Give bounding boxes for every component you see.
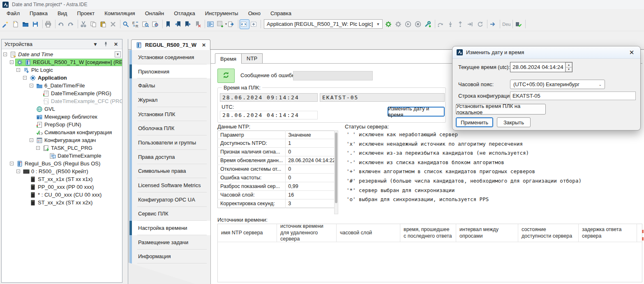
table-row[interactable]: Доступность NTPD:1 <box>218 139 338 148</box>
device-check-button[interactable] <box>514 19 524 29</box>
menu-debug[interactable]: Отладка <box>169 10 200 17</box>
sidebar-item[interactable]: Установки ПЛК <box>129 107 210 121</box>
sidebar-item[interactable]: Права доступа <box>129 150 210 164</box>
tree-item[interactable]: -Date and Time▼ <box>2 50 122 58</box>
menu-help[interactable]: Справка <box>265 10 296 17</box>
tree-item[interactable]: GVL <box>2 105 122 113</box>
previous-bookmark-button[interactable] <box>174 19 184 29</box>
find-in-project-button[interactable] <box>141 19 151 29</box>
project-dropdown-icon[interactable]: ▼ <box>115 51 121 57</box>
timezone-combobox[interactable]: (UTC+05:00) Екатеринбург ⌄ <box>510 80 605 89</box>
export-button[interactable] <box>227 19 237 29</box>
sidebar-item[interactable]: Конфигуратор OPC UA <box>129 192 210 207</box>
sidebar-item[interactable]: Приложения <box>129 64 210 79</box>
tree-item[interactable]: * : CU_00_xxx (CU 00 xxx) <box>2 191 122 199</box>
tree-item[interactable]: -6_Date/Time/File <box>2 82 122 89</box>
close-button[interactable]: Закрыть <box>497 117 531 127</box>
document-tab[interactable]: REGUL_R500_71_W ✕ <box>131 39 210 50</box>
table-row[interactable]: Корректировка секунд:3 <box>218 199 338 208</box>
spin-down-icon[interactable]: ▼ <box>566 67 572 72</box>
collapse-icon[interactable]: - <box>30 84 33 87</box>
tree-item[interactable]: DateTimeExample <box>2 152 122 160</box>
change-date-time-button[interactable]: Изменить дату и время <box>388 107 445 117</box>
menu-file[interactable]: Файл <box>2 10 25 17</box>
time-sources-column-header[interactable]: задержка ответа сервера <box>579 224 637 242</box>
tree-item[interactable]: DateTimeExample (PRG) <box>2 89 122 97</box>
time-sources-column-header[interactable]: состояние доступности сервера <box>518 224 579 242</box>
menu-window[interactable]: Окно <box>243 10 265 17</box>
tree-item[interactable]: ST_xx_x2x (ST xx x2x) <box>2 199 122 206</box>
sidebar-item[interactable]: Оболочка ПЛК <box>129 121 210 135</box>
dialog-title-bar[interactable]: Изменить дату и время ✕ <box>452 46 640 59</box>
step-over-button[interactable] <box>436 19 446 29</box>
sidebar-item[interactable]: Пользователи и группы <box>129 135 210 150</box>
tree-item[interactable]: -Application <box>2 74 122 82</box>
spin-up-icon[interactable]: ▲ <box>566 62 572 67</box>
monitoring-add-button[interactable] <box>249 19 259 29</box>
table-row[interactable]: Разброс показаний сер...0,99 <box>218 182 338 191</box>
sidebar-item[interactable]: Сервис ПЛК <box>129 207 210 221</box>
replace-button[interactable]: ЕR <box>132 19 141 29</box>
tab-ntp[interactable]: NTP <box>241 53 263 63</box>
sidebar-item[interactable]: Licensed Software Metrics <box>129 178 210 192</box>
table-row[interactable]: Время обновления данн...28.06.2024 04:14… <box>218 156 338 165</box>
pin-icon[interactable] <box>102 41 109 48</box>
sidebar-item[interactable]: Установки соединения <box>129 50 210 64</box>
application-selector[interactable]: Application [REGUL_R500_71_W: Plc Logic]… <box>264 19 383 29</box>
open-project-button[interactable] <box>21 19 31 29</box>
close-icon[interactable]: ✕ <box>113 41 119 48</box>
step-out-button[interactable] <box>456 19 466 29</box>
delete-button[interactable] <box>109 19 119 29</box>
refresh-button[interactable] <box>217 69 235 83</box>
dialog-close-icon[interactable]: ✕ <box>627 49 636 56</box>
time-sources-column-header[interactable]: часовой слой <box>337 224 400 242</box>
table-row[interactable]: Часовой слой:16 <box>218 191 338 199</box>
tree-item[interactable]: PP_00_xxx (PP 00 xxx) <box>2 183 122 191</box>
redo-button[interactable] <box>67 19 76 29</box>
panel-dropdown-icon[interactable]: ▼ <box>92 41 99 48</box>
run-to-cursor-button[interactable] <box>466 19 476 29</box>
tree-item[interactable]: -Regul_Bus_OS (Regul Bus OS) <box>2 160 122 167</box>
goto-button[interactable] <box>489 19 499 29</box>
save-button[interactable] <box>31 19 41 29</box>
logout-button[interactable] <box>394 19 404 29</box>
sidebar-item[interactable]: Файлы <box>129 78 210 93</box>
collapse-icon[interactable]: - <box>30 138 33 142</box>
paste-button[interactable] <box>99 19 109 29</box>
next-bookmark-button[interactable] <box>184 19 194 29</box>
table-row[interactable]: Признак наличия сигна...0 <box>218 148 338 156</box>
sidebar-item[interactable]: Настройка времени <box>129 221 210 235</box>
tree-item[interactable]: DateTimeExample_CFC (PRG) <box>2 97 122 105</box>
sidebar-item[interactable]: Символьные права <box>129 164 210 179</box>
tab-время[interactable]: Время <box>215 53 242 64</box>
step-into-button[interactable] <box>446 19 456 29</box>
menu-build[interactable]: Компиляция <box>99 10 140 17</box>
copy-button[interactable] <box>89 19 99 29</box>
tree-item[interactable]: -0 : R500_ (R500 Крейт) <box>2 167 122 175</box>
project-properties-button[interactable] <box>206 19 216 29</box>
print-button[interactable] <box>44 19 54 29</box>
collapse-icon[interactable]: - <box>10 162 14 165</box>
collapse-icon[interactable]: - <box>36 146 40 150</box>
menu-view[interactable]: Вид <box>53 10 72 17</box>
start-button[interactable] <box>404 19 414 29</box>
wand-button[interactable] <box>2 19 12 29</box>
monitoring-refresh-button[interactable] <box>240 19 249 29</box>
set-local-time-button[interactable]: Установить время ПЛК на локальное <box>456 104 546 115</box>
collapse-icon[interactable]: - <box>16 169 20 173</box>
deu-button[interactable]: Deu <box>501 19 511 29</box>
menu-edit[interactable]: Правка <box>25 10 53 17</box>
collapse-icon[interactable]: - <box>10 60 14 64</box>
toggle-bookmark-button[interactable] <box>164 19 174 29</box>
scrollbar-thumb[interactable] <box>335 133 337 203</box>
replace-in-project-button[interactable]: R <box>151 19 161 29</box>
clear-bookmarks-button[interactable] <box>194 19 203 29</box>
menu-project[interactable]: Проект <box>72 10 99 17</box>
tree-item[interactable]: Символьная конфигурация <box>2 128 122 136</box>
time-sources-column-header[interactable]: время, прошедшее с последнего ответа <box>400 224 456 242</box>
stop-button[interactable] <box>414 19 424 29</box>
table-row[interactable]: Ошибка частоты:0 <box>218 174 338 182</box>
apply-button[interactable]: Применить <box>456 117 493 127</box>
add-object-button[interactable] <box>216 19 226 29</box>
time-sources-column-header[interactable]: интервал между опросами <box>456 224 518 242</box>
